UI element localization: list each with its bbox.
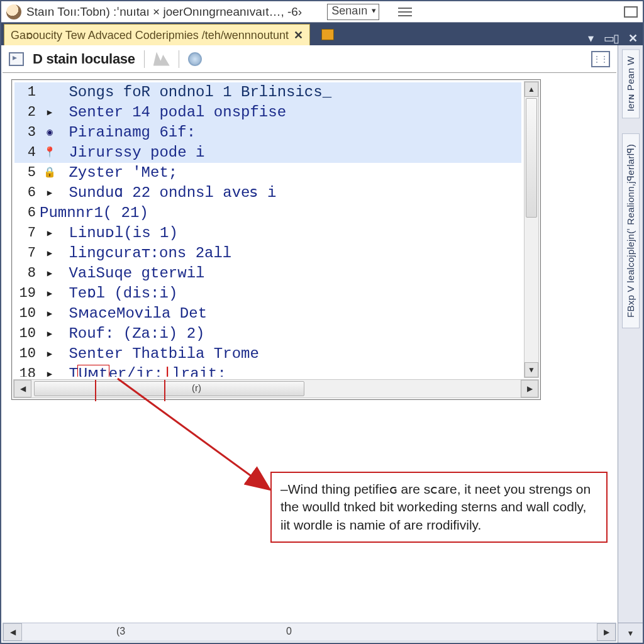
code-line[interactable]: 2 Senter 14 podal onspfise <box>14 103 521 123</box>
code-line[interactable]: 6Pumnnr1( 21) <box>14 203 521 223</box>
line-number: 5 <box>14 163 40 183</box>
pin-gutter-icon[interactable]: 📍 <box>40 143 60 163</box>
outer-h-scrollbar[interactable]: ◀ (3 0 ▶ <box>3 623 616 641</box>
code-text: Linuᴅl(is 1) <box>60 223 178 243</box>
code-text: Songs foR ondnol 1 Brlinsics_ <box>60 82 331 103</box>
line-number: 4 <box>14 143 40 163</box>
tri-gutter-icon[interactable] <box>40 284 60 304</box>
side-rail: Ierɴ Pean W FBxp V lealcojplejn(ˈ Realio… <box>618 45 643 643</box>
code-line[interactable]: 8 VaiSuqe gterwil <box>14 264 521 284</box>
line-number: 8 <box>14 264 40 284</box>
ruler-mark: 0 <box>286 626 292 637</box>
tri-gutter-icon[interactable] <box>40 183 60 203</box>
code-text: Pumnnr1( 21) <box>40 203 148 223</box>
settings-icon[interactable]: ⋮⋮ <box>591 51 610 67</box>
scroll-right-icon[interactable]: ▶ <box>597 623 616 641</box>
document-icon[interactable] <box>9 52 24 66</box>
scroll-right-icon[interactable]: ▶ <box>521 380 538 397</box>
code-body[interactable]: 1 Songs foR ondnol 1 Brlinsics_2 Senter … <box>14 82 521 377</box>
code-text: Teɒl (dis:i) <box>60 284 177 304</box>
tri-gutter-icon[interactable] <box>40 364 60 377</box>
globe-icon[interactable] <box>188 52 202 66</box>
split-icon[interactable]: ▭▯ <box>599 31 623 45</box>
tri-gutter-icon[interactable] <box>40 264 60 284</box>
code-text: Senter 14 podal onspfise <box>60 103 286 123</box>
code-text: Sunduɑ 22 ondnsl aveꜱ i <box>60 183 276 203</box>
scroll-left-icon[interactable]: ◀ <box>3 623 22 641</box>
line-number: 10 <box>14 324 40 344</box>
code-line[interactable]: 7 lingcuraᴛ:ons 2all <box>14 243 521 264</box>
code-line[interactable]: 10 Senter Thatbila Trome <box>14 344 521 364</box>
scroll-up-icon[interactable]: ▲ <box>525 82 538 97</box>
code-text: Senter Thatbila Trome <box>60 344 259 364</box>
code-editor[interactable]: 1 Songs foR ondnol 1 Brlinsics_2 Senter … <box>11 79 541 400</box>
code-line[interactable]: 1 Songs foR ondnol 1 Brlinsics_ <box>14 82 521 103</box>
editor-h-scrollbar[interactable]: ◀ (r) ▶ <box>13 379 539 398</box>
tab-label: Gaɒoucity Tew Advaced Coderipmies /teh/w… <box>11 28 289 42</box>
top-select[interactable]: Senaın <box>327 4 379 20</box>
scroll-thumb[interactable] <box>526 98 537 218</box>
ruler-mark: (3 <box>116 626 125 637</box>
chevron-down-icon[interactable]: ▾ <box>583 31 599 45</box>
code-text: Jirurssy pode i <box>60 143 204 163</box>
line-number: 7 <box>14 243 40 264</box>
tab-active[interactable]: Gaɒoucity Tew Advaced Coderipmies /teh/w… <box>4 24 310 45</box>
line-number: 3 <box>14 123 40 143</box>
tri-gutter-icon[interactable] <box>40 324 60 344</box>
dot-gutter-icon[interactable]: ◉ <box>40 123 60 143</box>
tri-gutter-icon[interactable] <box>40 304 60 324</box>
avatar <box>6 4 21 19</box>
line-number: 10 <box>14 344 40 364</box>
code-line[interactable]: 18 TUᴍter/jr:|lrait: <box>14 364 521 377</box>
scroll-down-icon[interactable]: ▼ <box>525 362 538 377</box>
code-text: VaiSuqe gterwil <box>60 264 204 284</box>
editor-toolbar: D stain loculase ⋮⋮ <box>3 45 616 73</box>
line-number: 7 <box>14 223 40 243</box>
code-line[interactable]: 4📍 Jirurssy pode i <box>14 143 521 163</box>
window-restore-icon[interactable] <box>624 6 638 18</box>
breadcrumb[interactable]: D stain loculase <box>33 51 135 67</box>
code-line[interactable]: 7 Linuᴅl(is 1) <box>14 223 521 243</box>
tri-gutter-icon[interactable] <box>40 223 60 243</box>
code-line[interactable]: 5🔒 Zyster 'Met; <box>14 163 521 183</box>
tri-gutter-icon[interactable] <box>40 344 60 364</box>
line-number: 2 <box>14 103 40 123</box>
code-line[interactable]: 10 SᴍaceMovila Det <box>14 304 521 324</box>
code-text: Rouf: (Za:i) 2) <box>60 324 204 344</box>
scroll-thumb[interactable] <box>34 381 304 396</box>
scroll-left-icon[interactable]: ◀ <box>14 380 31 397</box>
window-title: Staın Toıı:Tobn) :ˈnuıtaı × joerOnıngrne… <box>26 4 302 19</box>
tri-gutter-icon[interactable] <box>40 243 60 264</box>
line-number: 19 <box>14 284 40 304</box>
code-line[interactable]: 3◉ Pirainamg 6if: <box>14 123 521 143</box>
scroll-track[interactable]: (3 0 <box>22 623 597 641</box>
structure-icon[interactable] <box>153 52 170 66</box>
line-number: 10 <box>14 304 40 324</box>
lock-gutter-icon[interactable]: 🔒 <box>40 163 60 183</box>
code-text: Zyster 'Met; <box>60 163 177 183</box>
annotation-text: –Wind thing petifieɢ are sᴄare, it neet … <box>270 472 608 543</box>
code-text: TUᴍter/jr:|lrait: <box>60 364 226 377</box>
code-text: SᴍaceMovila Det <box>60 304 207 324</box>
code-line[interactable]: 10 Rouf: (Za:i) 2) <box>14 324 521 344</box>
code-line[interactable]: 19 Teɒl (dis:i) <box>14 284 521 304</box>
close-icon[interactable]: ✕ <box>623 31 643 45</box>
menu-icon[interactable] <box>398 8 412 16</box>
editor-v-scrollbar[interactable]: ▲ ▼ <box>524 81 539 378</box>
scroll-down-icon[interactable]: ▼ <box>618 623 643 643</box>
side-tab-mid[interactable]: FBxp V lealcojplejn(ˈ Realionn,jꟼerlarlꟼ… <box>622 133 640 328</box>
tri-gutter-icon[interactable] <box>40 103 60 123</box>
side-tab-top[interactable]: Ierɴ Pean W <box>622 49 640 118</box>
scroll-track[interactable]: (r) <box>31 380 521 397</box>
code-line[interactable]: 6 Sunduɑ 22 ondnsl aveꜱ i <box>14 183 521 203</box>
line-number: 6 <box>14 203 40 223</box>
window-titlebar: Staın Toıı:Tobn) :ˈnuıtaı × joerOnıngrne… <box>1 1 643 23</box>
tab-close-icon[interactable]: ✕ <box>294 28 303 42</box>
line-number: 18 <box>14 364 40 377</box>
tab-secondary <box>316 24 339 45</box>
separator <box>179 50 179 68</box>
tab-strip: Gaɒoucity Tew Advaced Coderipmies /teh/w… <box>1 23 643 45</box>
file-icon[interactable] <box>321 29 334 40</box>
separator <box>144 50 145 68</box>
line-number: 6 <box>14 183 40 203</box>
